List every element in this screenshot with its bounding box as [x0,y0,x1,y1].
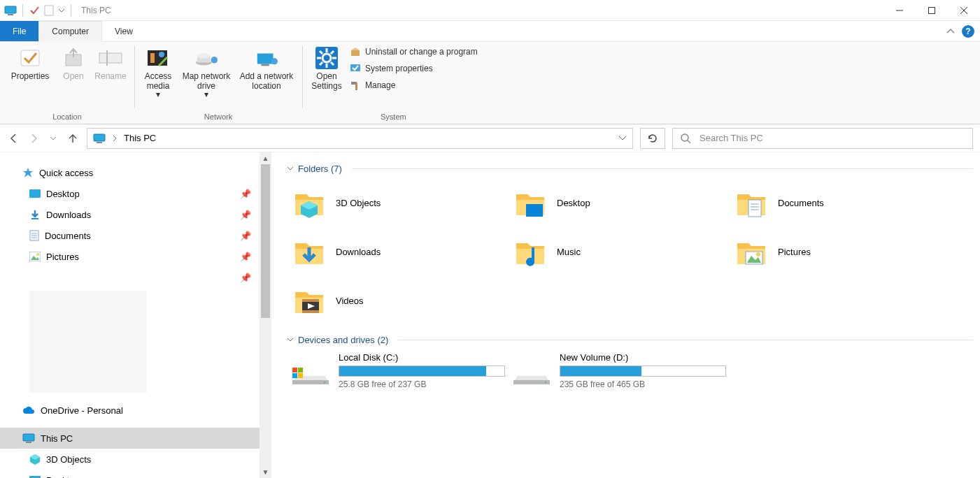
monitor-check-icon [350,63,361,74]
refresh-button[interactable] [640,128,665,149]
collapse-ribbon-icon[interactable] [946,29,955,34]
sidebar-quick-access[interactable]: Quick access [0,162,260,183]
download-icon [29,209,41,220]
folders-header[interactable]: Folders (7) [287,164,973,174]
svg-rect-10 [150,53,155,63]
svg-rect-77 [513,380,550,384]
scroll-down-icon[interactable]: ▼ [260,466,271,478]
ribbon-group-location: Properties Open Rename Location [0,43,134,124]
search-box[interactable] [672,128,973,149]
pin-icon: 📌 [240,210,251,220]
sidebar-item-label: 3D Objects [46,454,91,465]
back-button[interactable] [7,131,21,145]
sidebar-item-downloads[interactable]: Downloads 📌 [0,204,260,225]
search-input[interactable] [700,133,965,143]
manage-button[interactable]: Manage [347,78,481,92]
tab-computer[interactable]: Computer [38,21,102,42]
rename-button[interactable]: Rename [91,43,130,81]
chevron-down-icon [287,166,294,171]
qat-dropdown-icon[interactable] [58,8,65,13]
drive-item[interactable]: New Volume (D:)235 GB free of 465 GB [508,349,729,392]
folder-item[interactable]: Documents [729,178,950,227]
sidebar-item-documents[interactable]: Documents 📌 [0,225,260,246]
drives-header[interactable]: Devices and drives (2) [287,335,973,345]
svg-rect-71 [292,368,297,372]
tab-view[interactable]: View [102,21,145,41]
access-media-button[interactable]: Access media ▾ [139,43,178,99]
qat-separator [22,4,23,17]
sidebar-item-label: Pictures [46,252,79,262]
svg-rect-33 [355,83,357,90]
folder-name: Pictures [778,247,811,257]
folder-item[interactable]: Downloads [287,227,508,276]
folder-item[interactable]: Music [508,227,729,276]
svg-rect-31 [350,64,360,71]
forward-button[interactable] [27,131,41,145]
drives-grid: Local Disk (C:)25.8 GB free of 237 GBNew… [287,349,973,392]
address-dropdown-icon[interactable] [618,136,627,141]
system-properties-label: System properties [365,64,433,73]
sidebar-item-label: Desktop [46,475,80,479]
pin-icon: 📌 [240,231,251,241]
sidebar-scrollbar[interactable]: ▲ ▼ [260,152,271,478]
sidebar-item-hidden[interactable]: 📌 [0,267,260,288]
uninstall-button[interactable]: Uninstall or change a program [347,45,481,59]
close-button[interactable] [948,0,980,21]
document-icon [29,230,39,241]
map-drive-icon [194,46,218,70]
sidebar-onedrive[interactable]: OneDrive - Personal [0,400,260,421]
scroll-thumb[interactable] [261,164,270,318]
uninstall-label: Uninstall or change a program [365,47,478,57]
drive-usage-bar [560,365,726,377]
up-button[interactable] [66,131,80,145]
properties-icon [18,46,42,70]
recent-dropdown[interactable] [46,131,60,145]
breadcrumb[interactable]: This PC [124,133,156,143]
cube-icon [29,454,41,465]
map-drive-button[interactable]: Map network drive ▾ [178,43,235,99]
map-drive-label: Map network drive [183,71,231,91]
folder-item[interactable]: Videos [287,276,508,325]
qat-document-icon[interactable] [44,5,54,16]
svg-rect-7 [99,53,122,63]
chevron-right-icon[interactable] [113,135,117,142]
dropdown-icon: ▾ [204,89,208,99]
star-icon [22,167,34,178]
sidebar-item-3d-objects[interactable]: 3D Objects [0,449,260,470]
maximize-button[interactable] [916,0,948,21]
chevron-down-icon [287,338,294,342]
folder-item[interactable]: Desktop [508,178,729,227]
open-settings-button[interactable]: Open Settings [306,43,347,91]
tab-file[interactable]: File [0,21,38,41]
add-location-button[interactable]: Add a network location [235,43,298,91]
scroll-up-icon[interactable]: ▲ [260,152,271,164]
sidebar-item-desktop-2[interactable]: Desktop [0,470,260,478]
pin-icon: 📌 [240,189,251,199]
box-icon [350,46,361,57]
minimize-button[interactable] [883,0,916,21]
svg-rect-4 [929,7,935,13]
sidebar-item-label: This PC [41,433,73,444]
sidebar-item-pictures[interactable]: Pictures 📌 [0,246,260,267]
properties-button[interactable]: Properties [4,43,56,81]
sidebar-this-pc[interactable]: This PC [0,428,260,449]
folder-item[interactable]: 3D Objects [287,178,508,227]
qat-properties-icon[interactable] [29,5,40,16]
system-properties-button[interactable]: System properties [347,61,481,75]
drives-header-label: Devices and drives (2) [298,335,388,345]
sidebar-preview-placeholder [29,291,147,393]
titlebar: This PC [0,0,980,21]
sidebar-item-desktop[interactable]: Desktop 📌 [0,183,260,204]
drive-item[interactable]: Local Disk (C:)25.8 GB free of 237 GB [287,349,508,392]
hammer-icon [350,80,361,91]
svg-marker-38 [23,168,33,178]
ribbon-tabs: File Computer View ? [0,21,980,42]
svg-rect-0 [5,6,16,13]
help-icon[interactable]: ? [962,25,974,38]
folder-item[interactable]: Pictures [729,227,950,276]
open-button[interactable]: Open [56,43,91,81]
pin-icon: 📌 [240,252,251,262]
svg-point-36 [681,134,688,141]
ribbon-group-system: Open Settings Uninstall or change a prog… [302,43,485,124]
address-bar[interactable]: This PC [87,128,633,149]
